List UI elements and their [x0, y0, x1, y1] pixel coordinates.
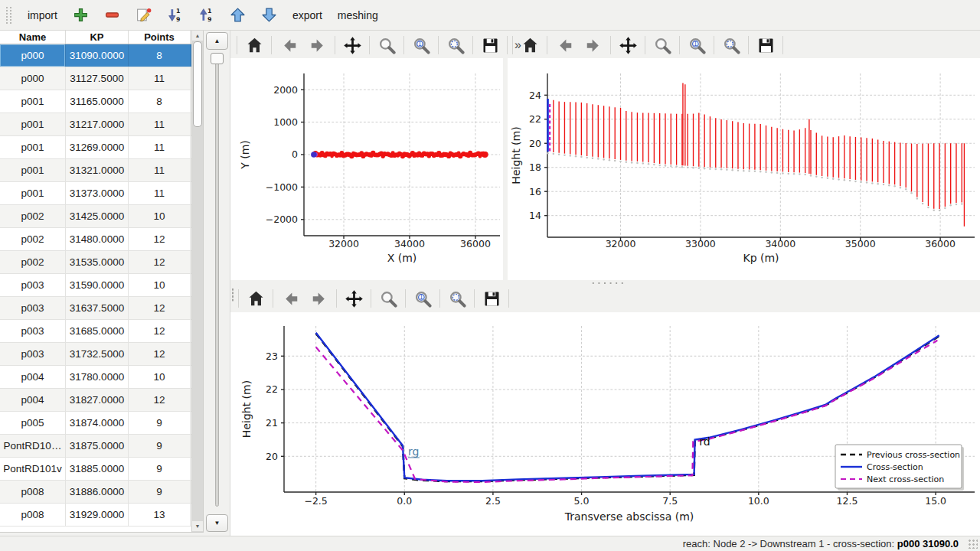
cell-points[interactable]: 11: [129, 159, 191, 181]
cell-name[interactable]: p000: [0, 67, 66, 90]
cell-name[interactable]: p005: [0, 412, 66, 434]
table-row[interactable]: p00431780.000010: [0, 366, 203, 389]
move-down-button[interactable]: [254, 4, 284, 27]
zoom-marker-button[interactable]: 1: [683, 34, 710, 57]
table-row[interactable]: p00231535.000012: [0, 251, 203, 274]
table-row[interactable]: p00131217.000011: [0, 113, 203, 136]
cell-name[interactable]: p001: [0, 136, 66, 158]
cell-points[interactable]: 12: [129, 228, 191, 250]
cell-name[interactable]: p001: [0, 159, 66, 181]
cell-kp[interactable]: 31874.0000: [66, 412, 129, 434]
cell-kp[interactable]: 31875.0000: [66, 435, 129, 457]
cell-points[interactable]: 9: [129, 412, 191, 434]
cell-points[interactable]: 10: [129, 274, 191, 296]
cell-name[interactable]: p003: [0, 274, 66, 296]
cell-kp[interactable]: 31090.0000: [66, 44, 129, 67]
cell-name[interactable]: p002: [0, 228, 66, 250]
cell-kp[interactable]: 31535.0000: [66, 251, 129, 273]
cell-name[interactable]: p001: [0, 90, 66, 112]
column-header-points[interactable]: Points: [129, 31, 191, 44]
pan-button[interactable]: [340, 287, 368, 310]
pan-button[interactable]: [614, 34, 642, 57]
table-row[interactable]: p00331590.000010: [0, 274, 203, 297]
cell-points[interactable]: 13: [129, 504, 191, 526]
cell-name[interactable]: p003: [0, 320, 66, 342]
home-button[interactable]: [516, 34, 544, 57]
trajectory-plot[interactable]: 320003400036000−2000−1000010002000X (m)Y…: [230, 58, 503, 280]
forward-button[interactable]: [580, 34, 607, 57]
cell-points[interactable]: 8: [129, 44, 191, 67]
import-button[interactable]: import: [21, 4, 64, 27]
section-slider-handle[interactable]: [211, 53, 224, 64]
cell-kp[interactable]: 31480.0000: [66, 228, 129, 250]
home-button[interactable]: [242, 287, 270, 310]
zoom-button[interactable]: [648, 34, 676, 57]
save-figure-button[interactable]: [752, 34, 779, 57]
zoom-fit-button[interactable]: [443, 287, 471, 310]
sort-ascending-button[interactable]: 19: [160, 4, 190, 27]
table-row[interactable]: p00131269.000011: [0, 136, 203, 159]
save-figure-button[interactable]: [478, 287, 505, 310]
table-scrollbar-thumb[interactable]: [193, 41, 202, 127]
column-header-kp[interactable]: KP: [66, 31, 129, 44]
table-row[interactable]: p00531874.00009: [0, 412, 203, 435]
cell-points[interactable]: 11: [129, 113, 191, 135]
cell-name[interactable]: p004: [0, 389, 66, 411]
cell-name[interactable]: p001: [0, 113, 66, 135]
zoom-marker-button[interactable]: 1: [407, 34, 435, 57]
home-button[interactable]: [240, 34, 268, 57]
cell-kp[interactable]: 31780.0000: [66, 366, 129, 388]
cell-points[interactable]: 9: [129, 458, 191, 480]
table-row[interactable]: p00131373.000011: [0, 182, 203, 205]
cell-kp[interactable]: 31165.0000: [66, 90, 129, 112]
cell-kp[interactable]: 31269.0000: [66, 136, 129, 158]
pan-button[interactable]: [338, 34, 366, 57]
cell-kp[interactable]: 31886.0000: [66, 481, 129, 503]
cell-kp[interactable]: 31321.0000: [66, 159, 129, 181]
forward-button[interactable]: [305, 287, 333, 310]
table-row[interactable]: p00031127.500011: [0, 67, 203, 90]
trajectory-plot-canvas[interactable]: 320003400036000−2000−1000010002000X (m)Y…: [230, 58, 503, 280]
cell-points[interactable]: 11: [129, 182, 191, 204]
cell-points[interactable]: 11: [129, 67, 191, 90]
table-row[interactable]: PontRD10…31875.00009: [0, 435, 203, 458]
cell-points[interactable]: 12: [129, 320, 191, 342]
cell-points[interactable]: 9: [129, 435, 191, 457]
forward-button[interactable]: [304, 34, 332, 57]
cell-name[interactable]: p002: [0, 205, 66, 227]
cross-section-plot[interactable]: −2.50.02.55.07.510.012.515.020212223Tran…: [230, 312, 980, 536]
meshing-button[interactable]: meshing: [331, 4, 385, 27]
cross-section-plot-canvas[interactable]: −2.50.02.55.07.510.012.515.020212223Tran…: [230, 312, 980, 536]
cell-kp[interactable]: 31732.5000: [66, 343, 129, 365]
cell-kp[interactable]: 31885.0000: [66, 458, 129, 480]
scroll-down-icon[interactable]: ▼: [192, 521, 203, 531]
cell-kp[interactable]: 31127.5000: [66, 67, 129, 90]
cell-name[interactable]: p003: [0, 297, 66, 319]
table-row[interactable]: p00131165.00008: [0, 90, 203, 113]
table-row[interactable]: PontRD101v31885.00009: [0, 458, 203, 481]
table-scrollbar[interactable]: ▲ ▼: [191, 31, 203, 532]
table-row[interactable]: p00831929.000013: [0, 504, 203, 527]
cell-points[interactable]: 12: [129, 389, 191, 411]
resize-grip[interactable]: [968, 539, 978, 549]
cell-points[interactable]: 12: [129, 343, 191, 365]
cell-name[interactable]: PontRD10…: [0, 435, 66, 457]
cell-kp[interactable]: 31929.0000: [66, 504, 129, 526]
cell-kp[interactable]: 31685.0000: [66, 320, 129, 342]
remove-button[interactable]: [97, 4, 127, 27]
cell-name[interactable]: p008: [0, 504, 66, 526]
back-button[interactable]: [275, 34, 302, 57]
section-up-button[interactable]: ▲: [206, 32, 228, 50]
cell-kp[interactable]: 31590.0000: [66, 274, 129, 296]
section-down-button[interactable]: ▼: [206, 514, 228, 532]
table-row[interactable]: p00331732.500012: [0, 343, 203, 366]
back-button[interactable]: [276, 287, 304, 310]
zoom-marker-button[interactable]: 1: [409, 287, 436, 310]
back-button[interactable]: [550, 34, 578, 57]
table-row[interactable]: p00131321.000011: [0, 159, 203, 182]
toolbar-drag-handle[interactable]: [6, 7, 11, 24]
cell-points[interactable]: 10: [129, 205, 191, 227]
table-row[interactable]: p00331637.500012: [0, 297, 203, 320]
edit-button[interactable]: [129, 4, 158, 27]
table-row[interactable]: p00031090.00008: [0, 44, 203, 67]
